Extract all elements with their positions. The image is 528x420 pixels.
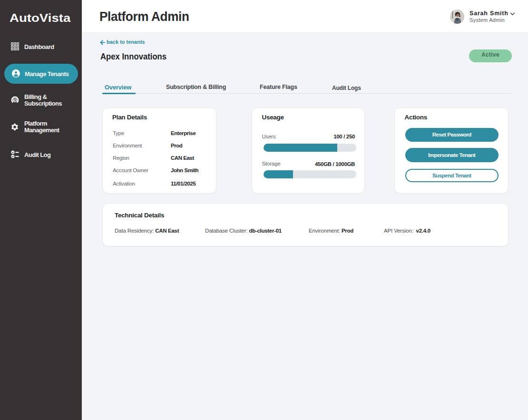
svg-text:$: $ [14, 98, 16, 102]
